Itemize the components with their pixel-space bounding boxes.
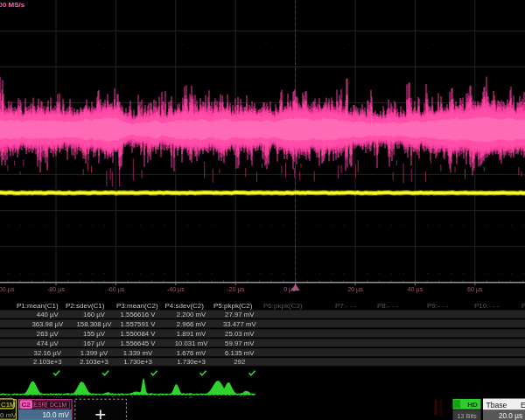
- svg-text:-20 µs: -20 µs: [227, 285, 245, 293]
- svg-text:160 µV: 160 µV: [83, 311, 106, 318]
- svg-text:20 µs: 20 µs: [347, 285, 363, 293]
- svg-text:1.339 mV: 1.339 mV: [123, 349, 153, 357]
- svg-text:P2:sdev(C1): P2:sdev(C1): [66, 302, 105, 310]
- svg-text:292: 292: [234, 358, 245, 366]
- svg-text:1.730e+3: 1.730e+3: [123, 358, 152, 366]
- svg-text:P11:- - -: P11:- - -: [522, 302, 525, 310]
- svg-text:C2: C2: [22, 401, 32, 409]
- svg-text:33.477 mV: 33.477 mV: [223, 320, 257, 328]
- svg-text:10.031 mV: 10.031 mV: [175, 340, 209, 347]
- svg-text:20.0 µs: 20.0 µs: [499, 412, 522, 420]
- svg-text:2.200 mV: 2.200 mV: [177, 311, 206, 318]
- svg-text:2.966 mV: 2.966 mV: [177, 320, 206, 328]
- svg-text:ESR: ESR: [34, 402, 46, 408]
- svg-text:1.399 µV: 1.399 µV: [80, 349, 108, 357]
- svg-text:40 µs: 40 µs: [408, 285, 424, 293]
- svg-text:25.03 mV: 25.03 mV: [225, 330, 255, 338]
- svg-text:Tbase: Tbase: [486, 401, 508, 410]
- svg-text:500 MS/s: 500 MS/s: [0, 1, 25, 9]
- svg-text:6.135 mV: 6.135 mV: [225, 349, 255, 357]
- svg-text:155 µV: 155 µV: [83, 330, 106, 338]
- svg-text:0 mV: 0 mV: [0, 411, 17, 419]
- svg-text:P3:mean(C2): P3:mean(C2): [116, 302, 158, 310]
- svg-text:P7:- - -: P7:- - -: [335, 302, 357, 310]
- svg-text:-40 µs: -40 µs: [167, 285, 186, 293]
- svg-text:P8:- - -: P8:- - -: [377, 302, 399, 310]
- svg-text:P1:mean(C1): P1:mean(C1): [17, 302, 59, 310]
- svg-text:2.103e+3: 2.103e+3: [33, 358, 62, 366]
- svg-text:1.557591 V: 1.557591 V: [121, 320, 157, 328]
- svg-text:2.103e+3: 2.103e+3: [80, 358, 108, 366]
- svg-text:-60 µs: -60 µs: [107, 285, 125, 293]
- svg-text:1.556616 V: 1.556616 V: [121, 311, 157, 318]
- svg-text:10.0 mV: 10.0 mV: [43, 411, 70, 419]
- svg-text:P6:pkpk(C3): P6:pkpk(C3): [263, 302, 303, 310]
- svg-text:263 µV: 263 µV: [37, 330, 60, 338]
- svg-text:363.98 µV: 363.98 µV: [32, 320, 64, 328]
- svg-text:27.97 mV: 27.97 mV: [225, 311, 255, 318]
- svg-text:P10:- - -: P10:- - -: [474, 302, 500, 310]
- svg-text:1.676 mV: 1.676 mV: [177, 349, 206, 357]
- svg-text:1.550084 V: 1.550084 V: [121, 330, 157, 338]
- svg-text:-100 µs: -100 µs: [0, 285, 15, 293]
- svg-text:1.730e+3: 1.730e+3: [177, 358, 206, 366]
- svg-text:P9:- - -: P9:- - -: [427, 302, 449, 310]
- svg-text:440 µV: 440 µV: [37, 311, 60, 318]
- svg-text:P5:pkpk(C2): P5:pkpk(C2): [214, 302, 253, 310]
- svg-text:DC1M: DC1M: [50, 402, 67, 408]
- svg-text:32.16 µV: 32.16 µV: [34, 349, 62, 357]
- svg-text:474 µV: 474 µV: [37, 340, 60, 347]
- svg-text:167 µV: 167 µV: [83, 340, 106, 347]
- svg-text:1.556645 V: 1.556645 V: [121, 340, 157, 347]
- svg-text:-80 µs: -80 µs: [47, 285, 66, 293]
- svg-text:60 µs: 60 µs: [467, 285, 483, 293]
- svg-text:13 Bits: 13 Bits: [457, 412, 477, 420]
- svg-text:158.308 µV: 158.308 µV: [76, 320, 112, 328]
- svg-text:E: E: [521, 401, 525, 410]
- svg-text:59.97 mV: 59.97 mV: [225, 340, 255, 347]
- svg-text:HD: HD: [467, 401, 478, 409]
- svg-text:1.891 mV: 1.891 mV: [177, 330, 206, 338]
- svg-text:C1M: C1M: [1, 401, 15, 409]
- svg-text:P4:sdev(C2): P4:sdev(C2): [165, 302, 205, 310]
